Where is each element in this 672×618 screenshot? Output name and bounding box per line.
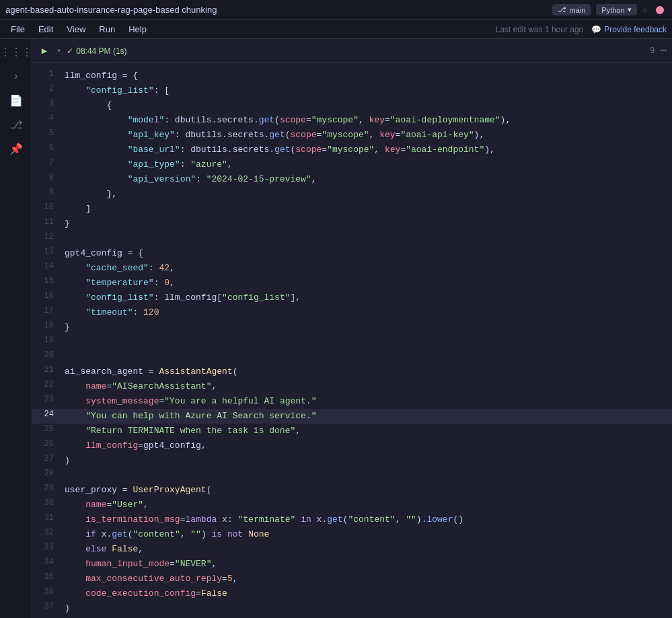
notebook-title: agent-based-auto-insurance-rag-page-base… bbox=[5, 5, 547, 15]
code-line: 31 is_termination_msg=lambda x: "termina… bbox=[32, 512, 672, 527]
code-line: 16 "config_list": llm_config["config_lis… bbox=[32, 291, 672, 305]
cell-chevron[interactable]: ▾ bbox=[57, 46, 61, 56]
menu-run[interactable]: Run bbox=[94, 23, 120, 36]
code-line-active: 24 "You can help with Azure AI Search se… bbox=[32, 409, 672, 424]
code-line: 13 gpt4_config = { bbox=[32, 246, 672, 261]
code-line: 2 "config_list": [ bbox=[32, 83, 672, 98]
code-line: 22 name="AISearchAssistant", bbox=[32, 379, 672, 394]
feedback-icon: 💬 bbox=[591, 25, 601, 34]
titlebar: agent-based-auto-insurance-rag-page-base… bbox=[0, 0, 672, 20]
code-line: 11 } bbox=[32, 217, 672, 231]
code-editor[interactable]: 1 llm_config = { 2 "config_list": [ 3 { … bbox=[32, 63, 672, 618]
cell-menu-button[interactable]: ⋯ bbox=[660, 46, 667, 56]
code-line: 17 "timeout": 120 bbox=[32, 305, 672, 320]
sidebar-icon-chevron[interactable]: › bbox=[8, 69, 24, 85]
code-line: 9 }, bbox=[32, 187, 672, 202]
language-badge[interactable]: Python ▾ bbox=[596, 4, 636, 15]
cell-status: ✓ 08:44 PM (1s) bbox=[67, 46, 126, 56]
code-line: 30 name="User", bbox=[32, 498, 672, 512]
notification-area bbox=[653, 3, 667, 17]
branch-icon: ⎇ bbox=[558, 5, 566, 14]
notification-dot bbox=[656, 6, 664, 14]
code-line: 14 "cache_seed": 42, bbox=[32, 261, 672, 276]
run-button[interactable]: ▶ bbox=[38, 44, 51, 58]
code-line: 23 system_message="You are a helpful AI … bbox=[32, 394, 672, 409]
code-line: 18 } bbox=[32, 320, 672, 335]
sidebar-icon-pin[interactable]: 📌 bbox=[8, 141, 24, 157]
code-line: 5 "api_key": dbutils.secrets.get(scope="… bbox=[32, 128, 672, 143]
menu-help[interactable]: Help bbox=[123, 23, 152, 36]
code-line: 3 { bbox=[32, 98, 672, 113]
code-line: 19 bbox=[32, 335, 672, 350]
menu-file[interactable]: File bbox=[5, 23, 30, 36]
code-line: 37 ) bbox=[32, 601, 672, 616]
code-line: 35 max_consecutive_auto_reply=5, bbox=[32, 572, 672, 586]
code-line: 15 "temperature": 0, bbox=[32, 276, 672, 291]
main-area: ⋮⋮⋮ › 📄 ⎇ 📌 ▶ ▾ ✓ 08:44 PM (1s) 9 ⋯ 1 ll… bbox=[0, 39, 672, 618]
editor-area: ▶ ▾ ✓ 08:44 PM (1s) 9 ⋯ 1 llm_config = {… bbox=[32, 39, 672, 618]
code-line: 27 ) bbox=[32, 453, 672, 468]
code-line: 12 bbox=[32, 231, 672, 246]
code-line: 1 llm_config = { bbox=[32, 69, 672, 83]
code-line: 20 bbox=[32, 350, 672, 364]
code-line: 34 human_input_mode="NEVER", bbox=[32, 557, 672, 572]
branch-badge[interactable]: ⎇ main bbox=[552, 4, 591, 15]
cell-time: 08:44 PM (1s) bbox=[76, 46, 126, 56]
language-name: Python bbox=[601, 6, 624, 14]
menu-edit[interactable]: Edit bbox=[33, 23, 59, 36]
sidebar-icon-files[interactable]: 📄 bbox=[8, 93, 24, 109]
sidebar-icon-git[interactable]: ⎇ bbox=[8, 117, 24, 133]
feedback-text: Provide feedback bbox=[604, 25, 667, 34]
code-line: 28 bbox=[32, 468, 672, 483]
code-line: 33 else False, bbox=[32, 542, 672, 557]
code-line: 26 llm_config=gpt4_config, bbox=[32, 438, 672, 453]
code-line: 10 ] bbox=[32, 202, 672, 217]
code-line: 4 "model": dbutils.secrets.get(scope="my… bbox=[32, 113, 672, 128]
sidebar-icon-menu[interactable]: ⋮⋮⋮ bbox=[8, 44, 24, 61]
branch-name: main bbox=[569, 6, 585, 14]
code-line: 6 "base_url": dbutils.secrets.get(scope=… bbox=[32, 143, 672, 157]
feedback-link[interactable]: 💬 Provide feedback bbox=[591, 25, 667, 34]
code-line: 25 "Return TERMINATE when the task is do… bbox=[32, 424, 672, 438]
check-icon: ✓ bbox=[67, 46, 73, 56]
star-icon[interactable]: ☆ bbox=[642, 4, 648, 15]
code-line: 7 "api_type": "azure", bbox=[32, 157, 672, 172]
cell-toolbar: ▶ ▾ ✓ 08:44 PM (1s) 9 ⋯ bbox=[32, 39, 672, 63]
execution-count: 9 bbox=[650, 46, 655, 56]
menubar: File Edit View Run Help Last edit was 1 … bbox=[0, 20, 672, 39]
last-edit-time: Last edit was 1 hour ago bbox=[496, 25, 584, 34]
menu-view[interactable]: View bbox=[61, 23, 91, 36]
sidebar: ⋮⋮⋮ › 📄 ⎇ 📌 bbox=[0, 39, 32, 618]
language-chevron-icon: ▾ bbox=[628, 5, 632, 14]
code-line: 8 "api_version": "2024-02-15-preview", bbox=[32, 172, 672, 187]
code-line: 21 ai_search_agent = AssistantAgent( bbox=[32, 364, 672, 379]
code-line: 32 if x.get("content", "") is not None bbox=[32, 527, 672, 542]
code-line: 36 code_execution_config=False bbox=[32, 586, 672, 601]
code-line: 29 user_proxy = UserProxyAgent( bbox=[32, 483, 672, 498]
